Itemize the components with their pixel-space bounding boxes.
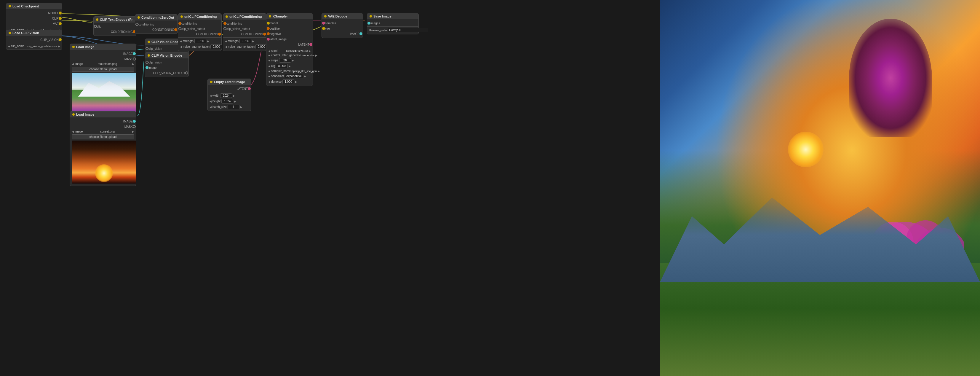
denoise-left[interactable]: ◀: [268, 80, 270, 83]
node-dot: [72, 46, 75, 48]
seed-left[interactable]: ◀: [268, 49, 270, 53]
uc1-noise-left[interactable]: ◀: [180, 45, 182, 48]
clip-vision-encode-2-title: CLIP Vision Encode: [151, 54, 182, 57]
vd-vae-connector[interactable]: [322, 27, 325, 30]
filename-prefix-input[interactable]: [388, 28, 428, 32]
ks-positive-label: positive: [270, 27, 311, 30]
uc2-cond-connector[interactable]: [223, 22, 226, 25]
uc2-strength-right[interactable]: ▶: [252, 40, 254, 43]
width-left[interactable]: ◀: [210, 94, 212, 97]
img-m-left-arrow[interactable]: ◀: [72, 62, 74, 65]
clip-connector[interactable]: [59, 17, 62, 20]
czo-output-connector[interactable]: [174, 28, 177, 31]
cve2-img-connector[interactable]: [145, 66, 148, 69]
clip-label: CLIP: [8, 17, 59, 20]
cv-left-arrow[interactable]: ◀: [8, 45, 10, 48]
ks-latent-connector[interactable]: [267, 38, 270, 41]
mask-s-output-row: MASK: [70, 124, 136, 129]
ksampler-header: KSampler: [266, 13, 313, 19]
cve2-output-connector[interactable]: [185, 72, 188, 75]
uc1-strength-right[interactable]: ▶: [207, 40, 209, 43]
clip-vision-encode-2-node: CLIP Vision Encode clip_vision image CLI…: [145, 52, 189, 77]
vd-output-row: IMAGE: [322, 31, 363, 37]
czo-conditioning-label: conditioning: [138, 23, 176, 26]
si-images-connector[interactable]: [368, 22, 371, 25]
sched-right[interactable]: ▶: [304, 75, 306, 78]
ctrl-left[interactable]: ◀: [268, 54, 270, 57]
model-output-row: MODEL: [6, 10, 62, 16]
uc2-strength-left[interactable]: ◀: [225, 40, 227, 43]
height-left[interactable]: ◀: [210, 100, 212, 103]
mask-m-connector[interactable]: [133, 57, 136, 61]
steps-label: steps: [271, 59, 278, 62]
vd-output-connector[interactable]: [360, 32, 363, 35]
ks-seed-row: ◀ seed 133632471276133 ▶: [266, 49, 313, 53]
ks-negative-connector[interactable]: [267, 32, 270, 35]
batch-left[interactable]: ◀: [210, 105, 212, 108]
uc1-cvo-connector[interactable]: [178, 27, 181, 30]
vd-vae-label: vae: [325, 27, 361, 30]
cve1-clip-connector[interactable]: [145, 47, 148, 50]
ks-output-connector[interactable]: [309, 43, 312, 46]
latent-output-connector[interactable]: [248, 87, 251, 90]
conditioning-zero-out-title: ConditioningZeroOut: [142, 16, 174, 19]
cve2-clip-connector[interactable]: [145, 61, 148, 64]
height-right[interactable]: ▶: [234, 100, 236, 103]
uc2-cvo-connector[interactable]: [223, 27, 226, 30]
width-right[interactable]: ▶: [233, 94, 235, 97]
steps-left[interactable]: ◀: [268, 59, 270, 62]
batch-right[interactable]: ▶: [240, 105, 242, 108]
latent-output-label: LATENT: [210, 87, 248, 91]
model-connector[interactable]: [59, 11, 62, 14]
uc1-output-connector[interactable]: [218, 33, 221, 36]
cv-right-arrow[interactable]: ▶: [58, 45, 60, 48]
cfg-left[interactable]: ◀: [268, 65, 270, 68]
seed-right[interactable]: ▶: [309, 49, 311, 53]
uc1-strength-left[interactable]: ◀: [180, 40, 182, 43]
load-image-sunset-header: Load Image: [70, 112, 136, 118]
cve2-clip-input-row: clip_vision: [145, 60, 188, 65]
denoise-right[interactable]: ▶: [295, 80, 297, 83]
load-clip-vision-header: Load CLIP Vision: [6, 30, 62, 36]
czo-input-row: conditioning: [135, 22, 178, 27]
ctrl-right[interactable]: ▶: [315, 54, 317, 57]
ksampler-node: KSampler model positive negative latent_…: [266, 13, 313, 86]
ks-negative-label: negative: [270, 32, 311, 36]
sched-left[interactable]: ◀: [268, 75, 270, 78]
clip-vision-connector[interactable]: [59, 38, 62, 41]
mask-s-connector[interactable]: [133, 125, 136, 128]
steps-right[interactable]: ▶: [292, 59, 294, 62]
img-m-connector[interactable]: [133, 52, 136, 55]
result-sun: [788, 132, 824, 167]
vd-output-label: IMAGE: [324, 32, 360, 36]
img-s-left-arrow[interactable]: ◀: [72, 130, 74, 133]
uc2-cond-label: conditioning: [226, 22, 265, 25]
vd-samples-connector[interactable]: [322, 22, 325, 25]
ks-output-label: LATENT: [268, 43, 309, 46]
img-s-connector[interactable]: [133, 120, 136, 123]
uc2-noise-left[interactable]: ◀: [225, 45, 227, 48]
img-m-right-arrow[interactable]: ▶: [132, 62, 134, 65]
czo-input-connector[interactable]: [135, 23, 138, 26]
vae-connector[interactable]: [59, 22, 62, 25]
img-s-right-arrow[interactable]: ▶: [132, 130, 134, 133]
choose-file-sunset-btn[interactable]: choose file to upload: [72, 134, 134, 139]
node-dot: [9, 32, 11, 34]
cfg-right[interactable]: ▶: [289, 65, 291, 68]
load-checkpoint-header: Load Checkpoint: [6, 3, 62, 9]
sampler-right[interactable]: ▶: [318, 70, 320, 73]
img-s-field-label: image: [75, 130, 83, 133]
uc1-cond-connector[interactable]: [178, 22, 181, 25]
ks-model-connector[interactable]: [267, 22, 270, 25]
uc2-output-row: CONDITIONING: [223, 32, 266, 37]
uniclip-conditioning-2-node: uniCLIPConditioning conditioning clip_vi…: [223, 13, 267, 51]
uc2-output-connector[interactable]: [263, 33, 266, 36]
mask-m-label: MASK: [72, 57, 133, 61]
ks-positive-connector[interactable]: [267, 27, 270, 30]
height-value: 1024: [221, 99, 233, 104]
uc2-output-label: CONDITIONING: [225, 33, 263, 36]
choose-file-mountains-btn[interactable]: choose file to upload: [72, 67, 134, 72]
node-dot: [96, 18, 99, 21]
sampler-left[interactable]: ◀: [268, 70, 270, 73]
clip-input-connector[interactable]: [94, 25, 97, 28]
